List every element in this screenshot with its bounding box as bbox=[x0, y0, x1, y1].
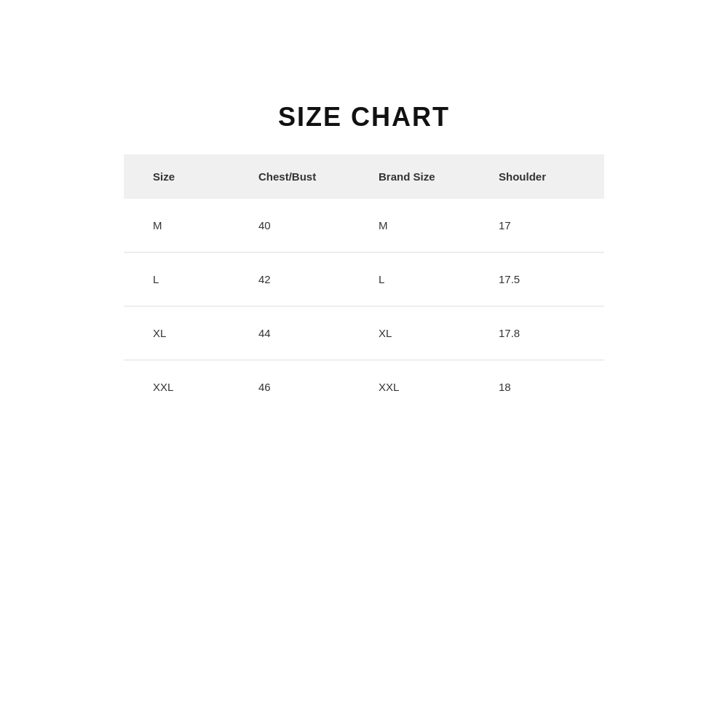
table-row: XXL 46 XXL 18 bbox=[124, 360, 604, 414]
cell-brand-m: M bbox=[364, 199, 484, 253]
col-header-size: Size bbox=[124, 154, 244, 199]
cell-chest-m: 40 bbox=[244, 199, 364, 253]
col-header-brand-size: Brand Size bbox=[364, 154, 484, 199]
col-header-chest-bust: Chest/Bust bbox=[244, 154, 364, 199]
col-header-shoulder: Shoulder bbox=[484, 154, 604, 199]
table-row: XL 44 XL 17.8 bbox=[124, 306, 604, 360]
cell-chest-xxl: 46 bbox=[244, 360, 364, 414]
page-title: SIZE CHART bbox=[278, 102, 450, 132]
cell-size-m: M bbox=[124, 199, 244, 253]
cell-shoulder-xxl: 18 bbox=[484, 360, 604, 414]
cell-brand-xl: XL bbox=[364, 306, 484, 360]
cell-size-xl: XL bbox=[124, 306, 244, 360]
cell-chest-xl: 44 bbox=[244, 306, 364, 360]
cell-brand-l: L bbox=[364, 253, 484, 306]
cell-shoulder-m: 17 bbox=[484, 199, 604, 253]
table-row: M 40 M 17 bbox=[124, 199, 604, 253]
header-row: Size Chest/Bust Brand Size Shoulder bbox=[124, 154, 604, 199]
cell-chest-l: 42 bbox=[244, 253, 364, 306]
cell-brand-xxl: XXL bbox=[364, 360, 484, 414]
table-header: Size Chest/Bust Brand Size Shoulder bbox=[124, 154, 604, 199]
table-body: M 40 M 17 L 42 L 17.5 XL 44 XL 17.8 XXL … bbox=[124, 199, 604, 414]
cell-shoulder-l: 17.5 bbox=[484, 253, 604, 306]
cell-shoulder-xl: 17.8 bbox=[484, 306, 604, 360]
size-chart-table: Size Chest/Bust Brand Size Shoulder M 40… bbox=[124, 154, 604, 414]
cell-size-xxl: XXL bbox=[124, 360, 244, 414]
page-container: SIZE CHART Size Chest/Bust Brand Size Sh… bbox=[0, 0, 728, 728]
table-row: L 42 L 17.5 bbox=[124, 253, 604, 306]
cell-size-l: L bbox=[124, 253, 244, 306]
